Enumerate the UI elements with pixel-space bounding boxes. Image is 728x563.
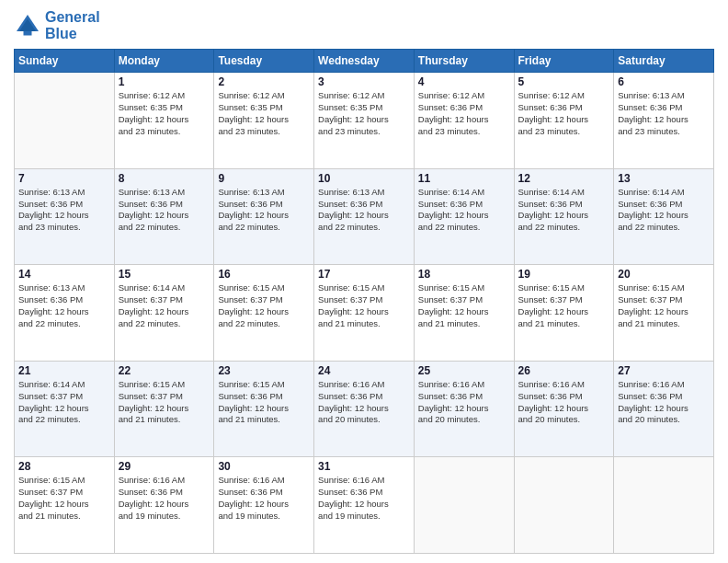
day-number: 8 (119, 172, 210, 185)
header: General Blue (14, 9, 714, 41)
calendar-cell: 28Sunrise: 6:15 AMSunset: 6:37 PMDayligh… (15, 457, 115, 554)
day-info: Sunrise: 6:16 AMSunset: 6:36 PMDaylight:… (218, 475, 310, 522)
day-number: 29 (119, 460, 210, 473)
day-info: Sunrise: 6:16 AMSunset: 6:36 PMDaylight:… (119, 475, 210, 522)
calendar-cell: 14Sunrise: 6:13 AMSunset: 6:36 PMDayligh… (15, 265, 115, 362)
day-number: 26 (518, 364, 610, 377)
day-number: 18 (418, 268, 510, 281)
day-info: Sunrise: 6:14 AMSunset: 6:36 PMDaylight:… (418, 187, 510, 234)
calendar-cell: 22Sunrise: 6:15 AMSunset: 6:37 PMDayligh… (114, 361, 214, 457)
header-monday: Monday (114, 50, 214, 73)
calendar-cell: 24Sunrise: 6:16 AMSunset: 6:36 PMDayligh… (314, 361, 415, 457)
day-number: 11 (418, 172, 510, 185)
day-number: 16 (218, 268, 310, 281)
day-number: 13 (618, 172, 710, 185)
day-number: 25 (418, 364, 510, 377)
calendar-cell: 3Sunrise: 6:12 AMSunset: 6:35 PMDaylight… (314, 73, 415, 169)
calendar-cell: 12Sunrise: 6:14 AMSunset: 6:36 PMDayligh… (514, 168, 614, 265)
day-info: Sunrise: 6:13 AMSunset: 6:36 PMDaylight:… (18, 187, 110, 234)
day-info: Sunrise: 6:15 AMSunset: 6:37 PMDaylight:… (518, 282, 610, 329)
day-info: Sunrise: 6:13 AMSunset: 6:36 PMDaylight:… (318, 187, 410, 234)
day-number: 22 (119, 364, 210, 377)
day-number: 5 (518, 75, 610, 88)
day-info: Sunrise: 6:12 AMSunset: 6:35 PMDaylight:… (318, 90, 410, 137)
logo-blue: Blue (45, 26, 100, 42)
day-info: Sunrise: 6:15 AMSunset: 6:37 PMDaylight:… (618, 282, 710, 329)
day-number: 24 (318, 364, 410, 377)
day-number: 4 (418, 75, 510, 88)
day-number: 17 (318, 268, 410, 281)
day-info: Sunrise: 6:16 AMSunset: 6:36 PMDaylight:… (318, 475, 410, 522)
day-info: Sunrise: 6:13 AMSunset: 6:36 PMDaylight:… (618, 90, 710, 137)
calendar-cell: 26Sunrise: 6:16 AMSunset: 6:36 PMDayligh… (514, 361, 614, 457)
day-number: 30 (218, 460, 310, 473)
day-number: 31 (318, 460, 410, 473)
calendar-cell (15, 73, 115, 169)
calendar-cell: 13Sunrise: 6:14 AMSunset: 6:36 PMDayligh… (614, 168, 714, 265)
calendar-cell: 15Sunrise: 6:14 AMSunset: 6:37 PMDayligh… (114, 265, 214, 362)
calendar-week-row: 14Sunrise: 6:13 AMSunset: 6:36 PMDayligh… (15, 265, 714, 362)
day-number: 7 (18, 172, 110, 185)
day-number: 27 (618, 364, 710, 377)
page: General Blue Sunday Monday Tuesday Wedne… (0, 0, 728, 563)
calendar-cell: 5Sunrise: 6:12 AMSunset: 6:36 PMDaylight… (514, 73, 614, 169)
header-saturday: Saturday (614, 50, 714, 73)
day-info: Sunrise: 6:15 AMSunset: 6:37 PMDaylight:… (119, 379, 210, 426)
day-number: 3 (318, 75, 410, 88)
calendar-cell: 27Sunrise: 6:16 AMSunset: 6:36 PMDayligh… (614, 361, 714, 457)
day-number: 6 (618, 75, 710, 88)
logo-text: General Blue (45, 9, 100, 41)
day-number: 1 (119, 75, 210, 88)
calendar-cell: 2Sunrise: 6:12 AMSunset: 6:35 PMDaylight… (214, 73, 314, 169)
day-info: Sunrise: 6:12 AMSunset: 6:35 PMDaylight:… (119, 90, 210, 137)
day-info: Sunrise: 6:16 AMSunset: 6:36 PMDaylight:… (418, 379, 510, 426)
calendar-cell: 29Sunrise: 6:16 AMSunset: 6:36 PMDayligh… (114, 457, 214, 554)
calendar-cell: 11Sunrise: 6:14 AMSunset: 6:36 PMDayligh… (414, 168, 514, 265)
calendar-cell: 10Sunrise: 6:13 AMSunset: 6:36 PMDayligh… (314, 168, 415, 265)
calendar-cell: 19Sunrise: 6:15 AMSunset: 6:37 PMDayligh… (514, 265, 614, 362)
calendar-cell: 16Sunrise: 6:15 AMSunset: 6:37 PMDayligh… (214, 265, 314, 362)
calendar-week-row: 1Sunrise: 6:12 AMSunset: 6:35 PMDaylight… (15, 73, 714, 169)
calendar-cell (414, 457, 514, 554)
calendar-cell: 8Sunrise: 6:13 AMSunset: 6:36 PMDaylight… (114, 168, 214, 265)
day-number: 21 (18, 364, 110, 377)
header-thursday: Thursday (414, 50, 514, 73)
day-info: Sunrise: 6:16 AMSunset: 6:36 PMDaylight:… (518, 379, 610, 426)
header-wednesday: Wednesday (314, 50, 415, 73)
header-tuesday: Tuesday (214, 50, 314, 73)
calendar-week-row: 28Sunrise: 6:15 AMSunset: 6:37 PMDayligh… (15, 457, 714, 554)
calendar-cell: 30Sunrise: 6:16 AMSunset: 6:36 PMDayligh… (214, 457, 314, 554)
day-info: Sunrise: 6:12 AMSunset: 6:36 PMDaylight:… (518, 90, 610, 137)
day-info: Sunrise: 6:12 AMSunset: 6:36 PMDaylight:… (418, 90, 510, 137)
day-info: Sunrise: 6:16 AMSunset: 6:36 PMDaylight:… (618, 379, 710, 426)
day-info: Sunrise: 6:13 AMSunset: 6:36 PMDaylight:… (218, 187, 310, 234)
calendar-cell: 7Sunrise: 6:13 AMSunset: 6:36 PMDaylight… (15, 168, 115, 265)
calendar-table: Sunday Monday Tuesday Wednesday Thursday… (14, 49, 714, 554)
day-info: Sunrise: 6:15 AMSunset: 6:37 PMDaylight:… (18, 475, 110, 522)
logo-icon (14, 12, 41, 40)
day-number: 15 (119, 268, 210, 281)
calendar-cell: 1Sunrise: 6:12 AMSunset: 6:35 PMDaylight… (114, 73, 214, 169)
day-number: 19 (518, 268, 610, 281)
day-number: 14 (18, 268, 110, 281)
calendar-cell: 20Sunrise: 6:15 AMSunset: 6:37 PMDayligh… (614, 265, 714, 362)
calendar-cell: 4Sunrise: 6:12 AMSunset: 6:36 PMDaylight… (414, 73, 514, 169)
day-info: Sunrise: 6:16 AMSunset: 6:36 PMDaylight:… (318, 379, 410, 426)
day-number: 9 (218, 172, 310, 185)
day-info: Sunrise: 6:15 AMSunset: 6:37 PMDaylight:… (218, 282, 310, 329)
day-info: Sunrise: 6:12 AMSunset: 6:35 PMDaylight:… (218, 90, 310, 137)
calendar-cell: 9Sunrise: 6:13 AMSunset: 6:36 PMDaylight… (214, 168, 314, 265)
day-number: 12 (518, 172, 610, 185)
calendar-cell: 6Sunrise: 6:13 AMSunset: 6:36 PMDaylight… (614, 73, 714, 169)
day-number: 10 (318, 172, 410, 185)
svg-rect-2 (24, 31, 32, 36)
calendar-week-row: 7Sunrise: 6:13 AMSunset: 6:36 PMDaylight… (15, 168, 714, 265)
day-info: Sunrise: 6:15 AMSunset: 6:36 PMDaylight:… (218, 379, 310, 426)
calendar-week-row: 21Sunrise: 6:14 AMSunset: 6:37 PMDayligh… (15, 361, 714, 457)
calendar-cell: 21Sunrise: 6:14 AMSunset: 6:37 PMDayligh… (15, 361, 115, 457)
header-sunday: Sunday (15, 50, 115, 73)
day-info: Sunrise: 6:14 AMSunset: 6:36 PMDaylight:… (618, 187, 710, 234)
day-info: Sunrise: 6:13 AMSunset: 6:36 PMDaylight:… (18, 282, 110, 329)
logo-general: General (45, 9, 100, 26)
header-friday: Friday (514, 50, 614, 73)
